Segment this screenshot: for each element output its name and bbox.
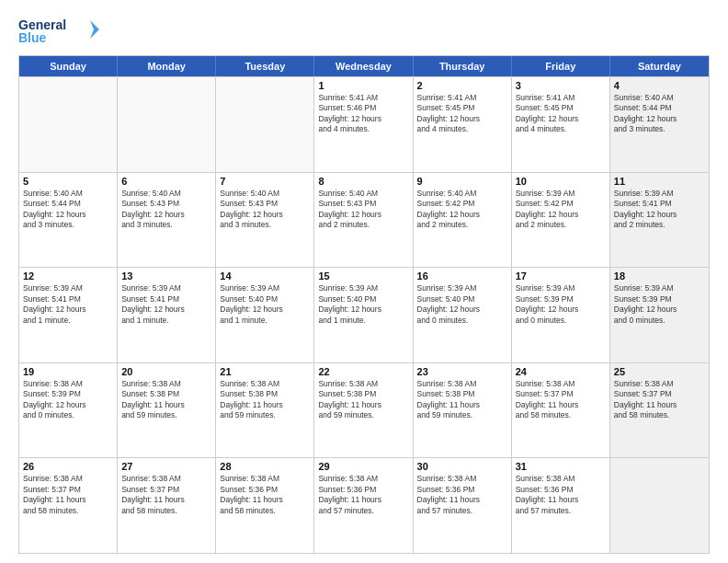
- day-number: 6: [121, 176, 211, 187]
- day-info: Sunrise: 5:40 AM Sunset: 5:44 PM Dayligh…: [614, 93, 705, 135]
- empty-cell-4-6: [610, 458, 709, 553]
- weekday-header-friday: Friday: [512, 56, 610, 76]
- day-number: 12: [23, 270, 113, 282]
- day-info: Sunrise: 5:38 AM Sunset: 5:38 PM Dayligh…: [417, 379, 507, 421]
- day-cell-10: 10Sunrise: 5:39 AM Sunset: 5:42 PM Dayli…: [512, 173, 610, 268]
- day-number: 5: [23, 176, 113, 187]
- day-cell-8: 8Sunrise: 5:40 AM Sunset: 5:43 PM Daylig…: [314, 173, 413, 268]
- day-cell-28: 28Sunrise: 5:38 AM Sunset: 5:36 PM Dayli…: [216, 458, 314, 553]
- day-info: Sunrise: 5:41 AM Sunset: 5:45 PM Dayligh…: [516, 93, 606, 135]
- day-info: Sunrise: 5:40 AM Sunset: 5:43 PM Dayligh…: [121, 189, 211, 231]
- calendar-row-4: 26Sunrise: 5:38 AM Sunset: 5:37 PM Dayli…: [19, 457, 709, 553]
- day-number: 27: [121, 461, 211, 472]
- svg-text:Blue: Blue: [18, 30, 47, 45]
- svg-marker-6: [90, 20, 99, 39]
- weekday-header-saturday: Saturday: [610, 56, 709, 76]
- day-info: Sunrise: 5:39 AM Sunset: 5:41 PM Dayligh…: [614, 189, 705, 231]
- calendar-body: 1Sunrise: 5:41 AM Sunset: 5:46 PM Daylig…: [19, 76, 709, 553]
- day-info: Sunrise: 5:38 AM Sunset: 5:38 PM Dayligh…: [121, 379, 211, 421]
- calendar-row-2: 12Sunrise: 5:39 AM Sunset: 5:41 PM Dayli…: [19, 267, 709, 362]
- day-number: 24: [516, 366, 606, 377]
- day-cell-14: 14Sunrise: 5:39 AM Sunset: 5:40 PM Dayli…: [216, 268, 314, 362]
- day-info: Sunrise: 5:40 AM Sunset: 5:42 PM Dayligh…: [417, 189, 507, 231]
- day-number: 25: [614, 366, 705, 377]
- day-info: Sunrise: 5:41 AM Sunset: 5:46 PM Dayligh…: [318, 93, 408, 135]
- day-number: 11: [614, 176, 705, 187]
- day-number: 22: [318, 366, 408, 377]
- day-cell-22: 22Sunrise: 5:38 AM Sunset: 5:38 PM Dayli…: [314, 363, 413, 458]
- day-number: 16: [417, 270, 507, 282]
- day-cell-7: 7Sunrise: 5:40 AM Sunset: 5:43 PM Daylig…: [216, 173, 314, 268]
- day-number: 19: [23, 366, 113, 377]
- day-number: 3: [516, 80, 606, 91]
- day-info: Sunrise: 5:38 AM Sunset: 5:38 PM Dayligh…: [318, 379, 408, 421]
- day-cell-20: 20Sunrise: 5:38 AM Sunset: 5:38 PM Dayli…: [118, 363, 216, 458]
- day-cell-5: 5Sunrise: 5:40 AM Sunset: 5:44 PM Daylig…: [19, 173, 118, 268]
- empty-cell-0-2: [216, 77, 314, 172]
- day-cell-9: 9Sunrise: 5:40 AM Sunset: 5:42 PM Daylig…: [414, 173, 512, 268]
- day-number: 20: [121, 366, 211, 377]
- day-number: 7: [220, 176, 310, 187]
- day-cell-19: 19Sunrise: 5:38 AM Sunset: 5:39 PM Dayli…: [19, 363, 118, 458]
- day-cell-3: 3Sunrise: 5:41 AM Sunset: 5:45 PM Daylig…: [512, 77, 610, 172]
- day-number: 2: [417, 80, 507, 91]
- day-info: Sunrise: 5:38 AM Sunset: 5:36 PM Dayligh…: [417, 474, 507, 516]
- day-cell-21: 21Sunrise: 5:38 AM Sunset: 5:38 PM Dayli…: [216, 363, 314, 458]
- day-info: Sunrise: 5:38 AM Sunset: 5:39 PM Dayligh…: [23, 379, 113, 421]
- day-cell-25: 25Sunrise: 5:38 AM Sunset: 5:37 PM Dayli…: [610, 363, 709, 458]
- day-info: Sunrise: 5:38 AM Sunset: 5:36 PM Dayligh…: [220, 474, 310, 516]
- day-info: Sunrise: 5:39 AM Sunset: 5:40 PM Dayligh…: [220, 283, 310, 326]
- day-cell-26: 26Sunrise: 5:38 AM Sunset: 5:37 PM Dayli…: [19, 458, 118, 553]
- day-cell-31: 31Sunrise: 5:38 AM Sunset: 5:36 PM Dayli…: [512, 458, 610, 553]
- day-number: 17: [516, 270, 606, 282]
- day-number: 9: [417, 176, 507, 187]
- day-number: 23: [417, 366, 507, 377]
- empty-cell-0-0: [19, 77, 118, 172]
- day-info: Sunrise: 5:38 AM Sunset: 5:37 PM Dayligh…: [121, 474, 211, 516]
- day-info: Sunrise: 5:38 AM Sunset: 5:36 PM Dayligh…: [318, 474, 408, 516]
- calendar-row-0: 1Sunrise: 5:41 AM Sunset: 5:46 PM Daylig…: [19, 76, 709, 172]
- weekday-header-sunday: Sunday: [19, 56, 118, 76]
- day-cell-18: 18Sunrise: 5:39 AM Sunset: 5:39 PM Dayli…: [610, 268, 709, 362]
- logo-full: General Blue: [18, 15, 101, 48]
- day-number: 8: [318, 176, 408, 187]
- day-number: 26: [23, 461, 113, 472]
- calendar-header: SundayMondayTuesdayWednesdayThursdayFrid…: [19, 56, 709, 76]
- day-cell-4: 4Sunrise: 5:40 AM Sunset: 5:44 PM Daylig…: [610, 77, 709, 172]
- day-cell-11: 11Sunrise: 5:39 AM Sunset: 5:41 PM Dayli…: [610, 173, 709, 268]
- day-info: Sunrise: 5:39 AM Sunset: 5:41 PM Dayligh…: [23, 283, 113, 326]
- day-info: Sunrise: 5:40 AM Sunset: 5:44 PM Dayligh…: [23, 189, 113, 231]
- weekday-header-tuesday: Tuesday: [216, 56, 314, 76]
- day-number: 28: [220, 461, 310, 472]
- day-number: 18: [614, 270, 705, 282]
- day-info: Sunrise: 5:40 AM Sunset: 5:43 PM Dayligh…: [220, 189, 310, 231]
- day-cell-12: 12Sunrise: 5:39 AM Sunset: 5:41 PM Dayli…: [19, 268, 118, 362]
- day-info: Sunrise: 5:41 AM Sunset: 5:45 PM Dayligh…: [417, 93, 507, 135]
- day-info: Sunrise: 5:40 AM Sunset: 5:43 PM Dayligh…: [318, 189, 408, 231]
- calendar: SundayMondayTuesdayWednesdayThursdayFrid…: [18, 55, 710, 554]
- day-number: 29: [318, 461, 408, 472]
- day-cell-30: 30Sunrise: 5:38 AM Sunset: 5:36 PM Dayli…: [414, 458, 512, 553]
- day-cell-15: 15Sunrise: 5:39 AM Sunset: 5:40 PM Dayli…: [314, 268, 413, 362]
- day-number: 30: [417, 461, 507, 472]
- day-cell-24: 24Sunrise: 5:38 AM Sunset: 5:37 PM Dayli…: [512, 363, 610, 458]
- day-cell-27: 27Sunrise: 5:38 AM Sunset: 5:37 PM Dayli…: [118, 458, 216, 553]
- day-info: Sunrise: 5:39 AM Sunset: 5:39 PM Dayligh…: [516, 283, 606, 326]
- day-info: Sunrise: 5:39 AM Sunset: 5:39 PM Dayligh…: [614, 283, 705, 326]
- weekday-header-thursday: Thursday: [414, 56, 512, 76]
- day-info: Sunrise: 5:38 AM Sunset: 5:37 PM Dayligh…: [516, 379, 606, 421]
- weekday-header-monday: Monday: [118, 56, 216, 76]
- day-info: Sunrise: 5:39 AM Sunset: 5:40 PM Dayligh…: [318, 283, 408, 326]
- day-cell-1: 1Sunrise: 5:41 AM Sunset: 5:46 PM Daylig…: [314, 77, 413, 172]
- day-cell-23: 23Sunrise: 5:38 AM Sunset: 5:38 PM Dayli…: [414, 363, 512, 458]
- weekday-header-wednesday: Wednesday: [314, 56, 413, 76]
- day-info: Sunrise: 5:38 AM Sunset: 5:38 PM Dayligh…: [220, 379, 310, 421]
- day-number: 13: [121, 270, 211, 282]
- page: General Blue General Blue SundayMondayTu…: [0, 0, 728, 563]
- day-info: Sunrise: 5:38 AM Sunset: 5:37 PM Dayligh…: [614, 379, 705, 421]
- calendar-row-1: 5Sunrise: 5:40 AM Sunset: 5:44 PM Daylig…: [19, 172, 709, 268]
- day-number: 10: [516, 176, 606, 187]
- day-info: Sunrise: 5:39 AM Sunset: 5:40 PM Dayligh…: [417, 283, 507, 326]
- day-cell-29: 29Sunrise: 5:38 AM Sunset: 5:36 PM Dayli…: [314, 458, 413, 553]
- day-cell-6: 6Sunrise: 5:40 AM Sunset: 5:43 PM Daylig…: [118, 173, 216, 268]
